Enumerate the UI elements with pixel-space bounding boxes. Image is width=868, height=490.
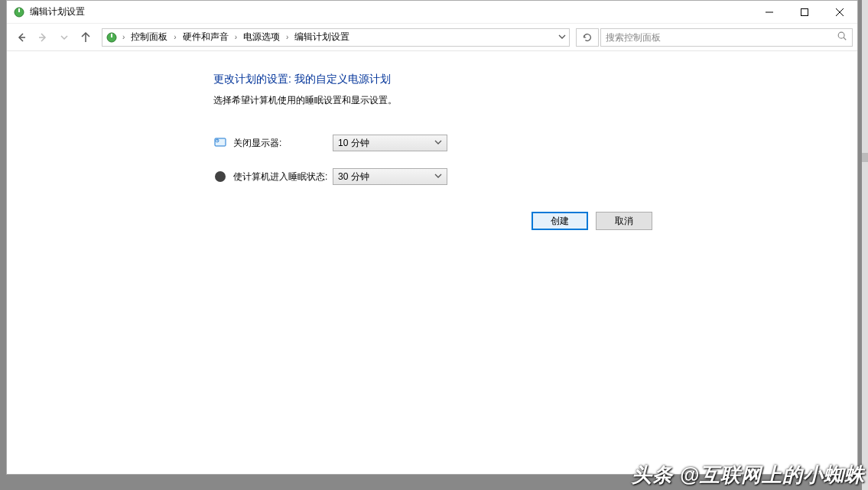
svg-rect-1: [18, 8, 20, 12]
chevron-right-icon: ›: [233, 33, 239, 41]
address-bar[interactable]: › 控制面板 › 硬件和声音 › 电源选项 › 编辑计划设置: [102, 28, 570, 47]
titlebar: 编辑计划设置: [7, 1, 857, 24]
control-panel-window: 编辑计划设置 ›: [6, 0, 858, 475]
chevron-right-icon: ›: [172, 33, 177, 41]
window-title: 编辑计划设置: [30, 5, 752, 18]
content-area: 更改计划的设置: 我的自定义电源计划 选择希望计算机使用的睡眠设置和显示设置。 …: [7, 51, 857, 474]
control-panel-icon: [106, 31, 118, 44]
maximize-button[interactable]: [787, 1, 822, 23]
breadcrumb-item[interactable]: 编辑计划设置: [293, 31, 351, 44]
breadcrumb-item[interactable]: 控制面板: [129, 31, 169, 44]
page-subheading: 选择希望计算机使用的睡眠设置和显示设置。: [213, 94, 857, 107]
svg-line-16: [217, 141, 219, 141]
sleep-dropdown[interactable]: 30 分钟: [333, 168, 447, 185]
display-icon: [213, 136, 227, 150]
chevron-down-icon: [434, 171, 442, 182]
svg-point-17: [215, 171, 226, 182]
breadcrumb-item[interactable]: 硬件和声音: [181, 31, 230, 44]
breadcrumb-item[interactable]: 电源选项: [242, 31, 281, 44]
chevron-right-icon: ›: [121, 33, 126, 41]
chevron-down-icon: [434, 138, 442, 148]
sleep-row: 使计算机进入睡眠状态: 30 分钟: [213, 168, 857, 185]
scrollbar-thumb: [862, 153, 868, 162]
svg-rect-10: [111, 34, 112, 37]
action-buttons: 创建 取消: [532, 212, 652, 230]
up-button[interactable]: [76, 28, 96, 47]
search-input[interactable]: [606, 32, 837, 43]
power-options-icon: [13, 6, 25, 18]
svg-point-11: [838, 32, 844, 38]
search-box[interactable]: [600, 28, 853, 47]
turn-off-display-label: 关闭显示器:: [233, 137, 333, 150]
address-dropdown-icon[interactable]: [558, 32, 566, 43]
page-heading: 更改计划的设置: 我的自定义电源计划: [213, 73, 857, 86]
sleep-label: 使计算机进入睡眠状态:: [233, 170, 333, 183]
refresh-button[interactable]: [576, 28, 599, 47]
forward-button[interactable]: [33, 28, 53, 47]
create-button[interactable]: 创建: [532, 212, 588, 230]
recent-locations-button[interactable]: [54, 28, 74, 47]
svg-line-12: [844, 37, 846, 40]
watermark-text: 头条 @互联网上的小蜘蛛: [632, 462, 865, 488]
navbar: › 控制面板 › 硬件和声音 › 电源选项 › 编辑计划设置: [7, 24, 857, 51]
minimize-button[interactable]: [752, 1, 787, 23]
window-controls: [752, 1, 857, 23]
cancel-button[interactable]: 取消: [596, 212, 652, 230]
dropdown-value: 10 分钟: [338, 137, 369, 150]
svg-rect-3: [801, 8, 808, 15]
back-button[interactable]: [11, 28, 31, 47]
turn-off-display-row: 关闭显示器: 10 分钟: [213, 135, 857, 151]
search-icon: [837, 31, 847, 44]
chevron-right-icon: ›: [284, 33, 290, 41]
background-scrollbar: [862, 0, 868, 490]
sleep-icon: [213, 170, 227, 183]
dropdown-value: 30 分钟: [338, 170, 369, 183]
close-button[interactable]: [822, 1, 857, 23]
turn-off-display-dropdown[interactable]: 10 分钟: [333, 135, 447, 151]
